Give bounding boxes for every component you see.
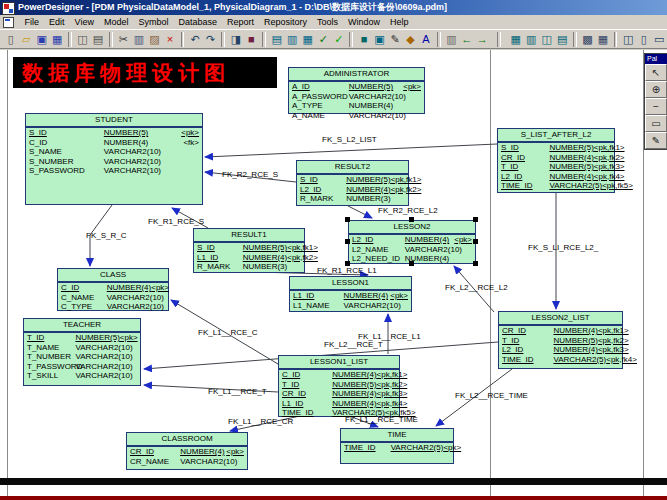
selection-handle[interactable]	[345, 239, 350, 244]
entity-table-result2[interactable]: RESULT2S_IDNUMBER(5)<pk,fk1>L2_IDNUMBER(…	[296, 160, 409, 206]
relation-label[interactable]: FK_L2__RCE_T	[324, 340, 383, 349]
menu-item-report[interactable]: Report	[222, 15, 259, 29]
diagram-canvas[interactable]: 数据库物理设计图 ADMINISTRATORA_IDNUMBER(5)<pk>A…	[0, 50, 667, 500]
entity-table-student[interactable]: STUDENTS_IDNUMBER(5)<pk>C_IDNUMBER(4)<fk…	[25, 113, 203, 205]
selection-handle[interactable]	[473, 217, 478, 222]
zoom-in-tool-icon[interactable]: ⊕	[645, 81, 667, 98]
copy-icon[interactable]: ▥	[132, 31, 146, 47]
title-tool-icon[interactable]: ▣	[373, 31, 387, 47]
model-pair-icon[interactable]: ▩	[581, 31, 595, 47]
relation-label[interactable]: FK_R1_RCE_S	[148, 217, 204, 226]
column-key: <pk,fk4>	[377, 399, 408, 409]
relation-label[interactable]: FK_L2__RCE_L2	[445, 283, 508, 292]
open-icon[interactable]: ▱	[20, 31, 34, 47]
format-copy-icon[interactable]: ▥	[445, 31, 459, 47]
table-column-row: L2_IDNUMBER(4)<pk,fk4>	[498, 172, 614, 182]
entity-table-s_list_after_l2[interactable]: S_LIST_AFTER_L2S_IDNUMBER(5)<pk,fk1>CR_I…	[497, 128, 615, 193]
relation-line-fk_r2_rce_l2[interactable]	[348, 206, 372, 218]
diagram-pair-icon[interactable]: ▦	[596, 31, 610, 47]
reference-view-icon[interactable]: ▤	[555, 31, 569, 47]
entity-table-time[interactable]: TIMETIME_IDVARCHAR2(5)<pk>	[340, 428, 454, 464]
relation-label[interactable]: FK_R2_RCE_L2	[378, 206, 438, 215]
menu-item-symbol[interactable]: Symbol	[133, 15, 173, 29]
domain-view-icon[interactable]: ◫	[540, 31, 554, 47]
menu-item-edit[interactable]: Edit	[44, 15, 70, 29]
relation-label[interactable]: FK_L1__RCE_CR	[228, 417, 293, 426]
edit-report-icon[interactable]: ▤	[270, 31, 284, 47]
selection-handle[interactable]	[409, 261, 414, 266]
relation-label[interactable]: FK_L1__RCE_T	[208, 387, 267, 396]
menu-item-window[interactable]: Window	[343, 15, 385, 29]
selection-handle[interactable]	[345, 217, 350, 222]
relation-label[interactable]: FK_S_L2_LIST	[322, 135, 377, 144]
entity-table-teacher[interactable]: TEACHERT_IDNUMBER(5)<pk>T_NAMEVARCHAR2(1…	[23, 318, 141, 386]
arrow-left-icon[interactable]: ←	[460, 31, 474, 47]
relation-label[interactable]: FK_R2_RCE_S	[222, 170, 278, 179]
column-type: VARCHAR2(10)	[344, 301, 408, 311]
generate-database-icon[interactable]: ▦	[301, 31, 315, 47]
print-preview-icon[interactable]: ◫	[76, 31, 90, 47]
cascade-icon[interactable]: ▭	[652, 31, 666, 47]
fill-tool-icon[interactable]: ◆	[404, 31, 418, 47]
entity-table-classroom[interactable]: CLASSROOMCR_IDNUMBER(4)<pk>CR_NAMEVARCHA…	[126, 432, 248, 470]
menu-item-database[interactable]: Database	[173, 15, 222, 29]
menu-item-help[interactable]: Help	[385, 15, 414, 29]
column-view-icon[interactable]: ▥	[524, 31, 538, 47]
pencil-tool-icon[interactable]: ✎	[388, 31, 402, 47]
color-tool-icon[interactable]: ■	[357, 31, 371, 47]
entity-table-lesson2_list[interactable]: LESSON2_LISTCR_IDNUMBER(4)<pk,fk1>T_IDNU…	[498, 311, 623, 369]
table-column-row: CR_NAMEVARCHAR2(10)	[127, 457, 247, 467]
selection-handle[interactable]	[473, 261, 478, 266]
check-model-icon[interactable]: ✓	[316, 31, 330, 47]
note-tool-icon[interactable]: ✎	[645, 132, 667, 149]
save-all-icon[interactable]: ▦	[51, 31, 65, 47]
selection-handle[interactable]	[409, 217, 414, 222]
entity-table-lesson1[interactable]: LESSON1L1_IDNUMBER(4)<pk>L1_NAMEVARCHAR2…	[289, 276, 412, 312]
menu-item-repository[interactable]: Repository	[259, 15, 312, 29]
column-type: VARCHAR2(10)	[405, 245, 472, 255]
child-window-icon[interactable]	[3, 17, 14, 28]
entity-table-lesson2[interactable]: LESSON2L2_IDNUMBER(4)<pk>L2_NAMEVARCHAR2…	[348, 220, 476, 264]
column-key: <pk,fk3>	[377, 389, 408, 399]
relation-label[interactable]: FK_R1_RCE_L1	[317, 266, 377, 275]
menu-item-tools[interactable]: Tools	[312, 15, 343, 29]
zoom-out-tool-icon[interactable]: −	[645, 98, 667, 115]
title-bar: PowerDesigner - [PDM PhysicalDataModel_1…	[0, 0, 667, 15]
relation-label[interactable]: FK_S_LI_RCE_L2_	[528, 243, 598, 252]
new-icon[interactable]: ▯	[4, 31, 18, 47]
arrow-right-icon[interactable]: →	[476, 31, 490, 47]
entity-table-lesson1_list[interactable]: LESSON1_LISTC_IDNUMBER(4)<pk,fk1>T_IDNUM…	[278, 355, 400, 417]
relation-label[interactable]: FK_L1__RCE_TIME	[345, 415, 418, 424]
pointer-tool-icon[interactable]: ↖	[645, 64, 667, 81]
save-icon[interactable]: ▣	[35, 31, 49, 47]
tile-horizontal-icon[interactable]: ◫	[621, 31, 635, 47]
undo-icon[interactable]: ↶	[188, 31, 202, 47]
properties-icon[interactable]: ◨	[229, 31, 243, 47]
menu-item-model[interactable]: Model	[99, 15, 134, 29]
delete-icon[interactable]: ×	[163, 31, 177, 47]
relation-label[interactable]: FK_L1__RCE_C	[198, 328, 258, 337]
print-icon[interactable]: ▤	[91, 31, 105, 47]
entity-table-class[interactable]: CLASSC_IDNUMBER(4)<pk>C_NAMEVARCHAR2(10)…	[57, 268, 169, 311]
paste-icon[interactable]: ▨	[148, 31, 162, 47]
redo-icon[interactable]: ↷	[204, 31, 218, 47]
relation-label[interactable]: FK_S_R_C	[86, 231, 126, 240]
validate-icon[interactable]: ✓	[332, 31, 346, 47]
cut-icon[interactable]: ✂	[117, 31, 131, 47]
tile-vertical-icon[interactable]: ▯	[637, 31, 651, 47]
font-tool-icon[interactable]: A	[419, 31, 433, 47]
table-column-row: L2_IDNUMBER(4)<pk,fk2>	[297, 185, 408, 195]
selection-handle[interactable]	[473, 239, 478, 244]
entity-table-administrator[interactable]: ADMINISTRATORA_IDNUMBER(5)<pk>A_PASSWORD…	[288, 67, 425, 114]
relation-line-fk_s_l2_list[interactable]	[205, 144, 497, 157]
table-tool-icon[interactable]: ▭	[645, 115, 667, 132]
report-book-icon[interactable]: ■	[245, 31, 259, 47]
merge-model-icon[interactable]: ▥	[285, 31, 299, 47]
menu-item-file[interactable]: File	[20, 15, 45, 29]
relation-label[interactable]: FK_L2__RCE_TIME	[455, 391, 528, 400]
column-name: L1_ID	[293, 291, 344, 301]
menu-item-view[interactable]: View	[70, 15, 99, 29]
table-view-icon[interactable]: ▦	[509, 31, 523, 47]
entity-table-result1[interactable]: RESULT1S_IDNUMBER(5)<pk,fk1>L1_IDNUMBER(…	[193, 228, 305, 273]
palette-title[interactable]: Pal	[645, 54, 667, 64]
